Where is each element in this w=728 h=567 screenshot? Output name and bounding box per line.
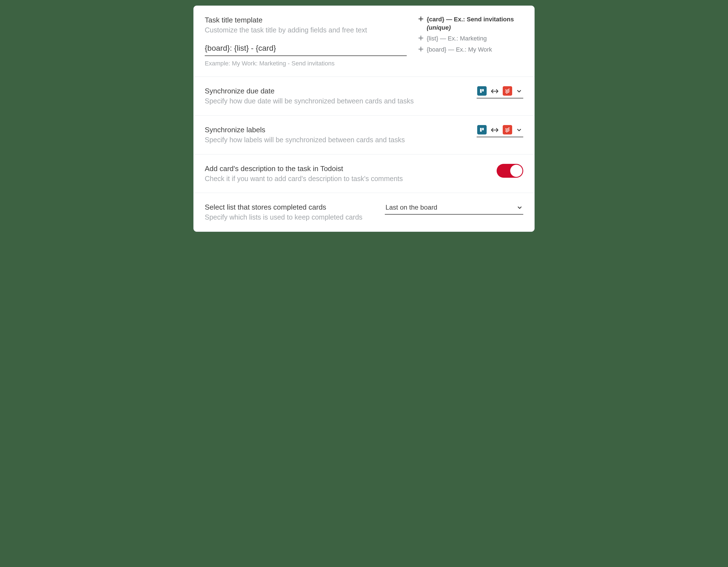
svg-rect-6 (480, 89, 482, 93)
section-add-description: Add card's description to the task in To… (194, 155, 534, 193)
section-sync-labels: Synchronize labels Specify how labels wi… (194, 116, 534, 155)
token-example: — Ex.: Marketing (438, 35, 487, 42)
template-token-card[interactable]: {card} — Ex.: Send invitations (unique) (418, 15, 523, 32)
section-sync-due-date: Synchronize due date Specify how due dat… (194, 77, 534, 116)
sync-labels-heading: Synchronize labels (205, 125, 466, 135)
completed-list-heading: Select list that stores completed cards (205, 203, 374, 212)
chevron-down-icon (516, 127, 522, 133)
completed-list-value: Last on the board (385, 204, 437, 211)
add-description-toggle[interactable] (497, 164, 523, 178)
todoist-icon (503, 125, 512, 135)
todoist-icon (503, 86, 512, 96)
plus-icon (418, 46, 424, 52)
sync-due-date-desc: Specify how due date will be synchronize… (205, 97, 466, 106)
add-description-desc: Check it if you want to add card's descr… (205, 174, 486, 184)
template-token-list[interactable]: {list} — Ex.: Marketing (418, 34, 523, 43)
settings-panel: Task title template Customize the task t… (193, 6, 535, 232)
token-name: {card} (427, 16, 444, 23)
bidirectional-arrow-icon (491, 88, 499, 94)
svg-rect-7 (482, 89, 484, 91)
token-name: {list} (427, 35, 438, 42)
token-name: {board} (427, 46, 446, 53)
token-example: — Ex.: Send invitations (444, 16, 514, 23)
plus-icon (418, 16, 424, 22)
toggle-knob (510, 165, 522, 177)
token-example: — Ex.: My Work (446, 46, 492, 53)
completed-list-desc: Specify which lists is used to keep comp… (205, 213, 374, 222)
template-token-board[interactable]: {board} — Ex.: My Work (418, 45, 523, 54)
plus-icon (418, 35, 424, 41)
sync-due-date-selector[interactable] (477, 86, 523, 98)
task-title-template-heading: Task title template (205, 15, 407, 25)
trello-icon (477, 86, 487, 96)
template-token-list: {card} — Ex.: Send invitations (unique) … (418, 15, 523, 54)
task-title-template-input[interactable] (205, 42, 407, 56)
sync-labels-desc: Specify how labels will be synchronized … (205, 135, 466, 145)
add-description-heading: Add card's description to the task in To… (205, 164, 486, 174)
svg-rect-10 (482, 128, 484, 130)
task-title-template-desc: Customize the task title by adding field… (205, 26, 407, 35)
chevron-down-icon (517, 204, 523, 211)
section-completed-list: Select list that stores completed cards … (194, 193, 534, 232)
task-title-template-example: Example: My Work: Marketing - Send invit… (205, 60, 407, 67)
completed-list-select[interactable]: Last on the board (385, 203, 523, 215)
chevron-down-icon (516, 88, 522, 94)
sync-labels-selector[interactable] (477, 125, 523, 137)
bidirectional-arrow-icon (491, 127, 499, 133)
svg-rect-9 (480, 128, 482, 131)
sync-due-date-heading: Synchronize due date (205, 86, 466, 96)
trello-icon (477, 125, 487, 135)
section-task-title-template: Task title template Customize the task t… (194, 6, 534, 77)
token-suffix: (unique) (427, 24, 451, 31)
